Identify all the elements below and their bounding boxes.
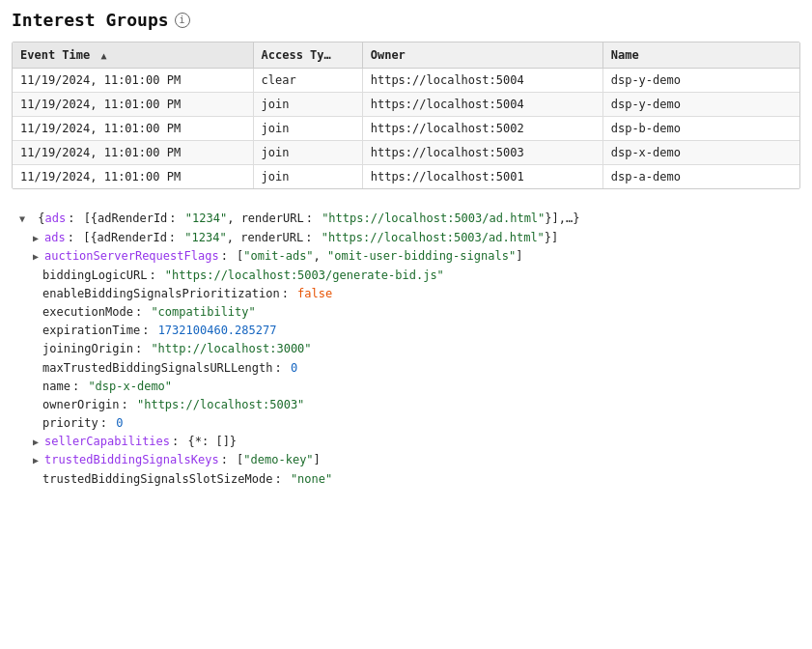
- cell-event_time: 11/19/2024, 11:01:00 PM: [13, 165, 253, 189]
- col-header-name[interactable]: Name: [602, 42, 799, 69]
- table-row: 11/19/2024, 11:01:00 PMjoinhttps://local…: [13, 141, 799, 165]
- cell-owner: https://localhost:5004: [362, 69, 602, 93]
- cell-name: dsp-y-demo: [602, 93, 799, 117]
- json-ads-content: ads: [{adRenderId: "1234", renderURL: "h…: [44, 229, 558, 247]
- cell-owner: https://localhost:5001: [362, 165, 602, 189]
- json-ads-row: ▶ ads: [{adRenderId: "1234", renderURL: …: [12, 229, 800, 247]
- json-bidding-logic-content: biddingLogicURL: "https://localhost:5003…: [42, 267, 444, 285]
- cell-access_type: join: [253, 141, 362, 165]
- cell-event_time: 11/19/2024, 11:01:00 PM: [13, 117, 253, 141]
- top-level-summary: {ads: [{adRenderId: "1234", renderURL: "…: [31, 210, 579, 228]
- cell-owner: https://localhost:5004: [362, 93, 602, 117]
- json-execution-mode-row: executionMode: "compatibility": [12, 303, 800, 322]
- table-row: 11/19/2024, 11:01:00 PMjoinhttps://local…: [13, 93, 799, 117]
- json-trusted-keys-content: trustedBiddingSignalsKeys: ["demo-key"]: [44, 451, 321, 469]
- table-header-row: Event Time ▲ Access Ty… Owner Name: [13, 42, 799, 69]
- cell-event_time: 11/19/2024, 11:01:00 PM: [13, 141, 253, 165]
- toggle-auction-flags[interactable]: ▶: [29, 250, 42, 264]
- cell-name: dsp-x-demo: [602, 141, 799, 165]
- page-title: Interest Groups: [12, 10, 169, 30]
- cell-access_type: clear: [253, 69, 362, 93]
- col-header-event-time[interactable]: Event Time ▲: [13, 42, 253, 69]
- json-auction-flags-content: auctionServerRequestFlags: ["omit-ads", …: [44, 247, 522, 266]
- table-row: 11/19/2024, 11:01:00 PMjoinhttps://local…: [13, 165, 799, 189]
- json-execution-mode-content: executionMode: "compatibility": [42, 303, 256, 322]
- json-enable-bidding-content: enableBiddingSignalsPrioritization: fals…: [42, 285, 332, 303]
- interest-groups-table: Event Time ▲ Access Ty… Owner Name 11/19…: [13, 42, 799, 188]
- json-name-content: name: "dsp-x-demo": [42, 378, 172, 396]
- json-tree-section: ▼ {ads: [{adRenderId: "1234", renderURL:…: [12, 205, 800, 493]
- json-expiration-row: expirationTime: 1732100460.285277: [12, 322, 800, 340]
- json-trusted-slot-content: trustedBiddingSignalsSlotSizeMode: "none…: [42, 470, 332, 489]
- toggle-seller-capabilities[interactable]: ▶: [29, 436, 42, 449]
- json-top-level: ▼ {ads: [{adRenderId: "1234", renderURL:…: [12, 209, 800, 229]
- json-priority-content: priority: 0: [42, 414, 124, 433]
- col-header-access-type[interactable]: Access Ty…: [253, 42, 362, 69]
- table-row: 11/19/2024, 11:01:00 PMclearhttps://loca…: [13, 69, 799, 93]
- cell-event_time: 11/19/2024, 11:01:00 PM: [13, 93, 253, 117]
- json-seller-capabilities-row: ▶ sellerCapabilities: {*: []}: [12, 433, 800, 451]
- json-trusted-keys-row: ▶ trustedBiddingSignalsKeys: ["demo-key"…: [12, 451, 800, 469]
- json-name-row: name: "dsp-x-demo": [12, 378, 800, 396]
- json-bidding-logic-row: biddingLogicURL: "https://localhost:5003…: [12, 267, 800, 285]
- header-row: Interest Groups i: [12, 10, 800, 30]
- json-max-trusted-content: maxTrustedBiddingSignalsURLLength: 0: [42, 359, 297, 378]
- json-priority-row: priority: 0: [12, 414, 800, 433]
- page-container: Interest Groups i Event Time ▲ Access Ty…: [0, 0, 812, 502]
- toggle-top[interactable]: ▼: [15, 212, 29, 226]
- cell-owner: https://localhost:5003: [362, 141, 602, 165]
- toggle-ads[interactable]: ▶: [29, 232, 42, 245]
- json-max-trusted-row: maxTrustedBiddingSignalsURLLength: 0: [12, 359, 800, 378]
- json-owner-origin-row: ownerOrigin: "https://localhost:5003": [12, 396, 800, 414]
- cell-name: dsp-b-demo: [602, 117, 799, 141]
- json-owner-origin-content: ownerOrigin: "https://localhost:5003": [42, 396, 304, 414]
- cell-name: dsp-a-demo: [602, 165, 799, 189]
- json-joining-origin-row: joiningOrigin: "http://localhost:3000": [12, 340, 800, 358]
- json-expiration-content: expirationTime: 1732100460.285277: [42, 322, 276, 340]
- json-auction-flags-row: ▶ auctionServerRequestFlags: ["omit-ads"…: [12, 247, 800, 266]
- cell-event_time: 11/19/2024, 11:01:00 PM: [13, 69, 253, 93]
- json-enable-bidding-row: enableBiddingSignalsPrioritization: fals…: [12, 285, 800, 303]
- sort-arrow-event-time: ▲: [100, 50, 106, 61]
- json-seller-capabilities-content: sellerCapabilities: {*: []}: [44, 433, 237, 451]
- cell-name: dsp-y-demo: [602, 69, 799, 93]
- cell-access_type: join: [253, 93, 362, 117]
- table-row: 11/19/2024, 11:01:00 PMjoinhttps://local…: [13, 117, 799, 141]
- json-trusted-slot-row: trustedBiddingSignalsSlotSizeMode: "none…: [12, 470, 800, 489]
- toggle-trusted-keys[interactable]: ▶: [29, 454, 42, 467]
- info-icon[interactable]: i: [175, 13, 190, 28]
- cell-access_type: join: [253, 165, 362, 189]
- json-joining-origin-content: joiningOrigin: "http://localhost:3000": [42, 340, 312, 358]
- cell-owner: https://localhost:5002: [362, 117, 602, 141]
- col-header-owner[interactable]: Owner: [362, 42, 602, 69]
- cell-access_type: join: [253, 117, 362, 141]
- interest-groups-table-container: Event Time ▲ Access Ty… Owner Name 11/19…: [12, 42, 800, 189]
